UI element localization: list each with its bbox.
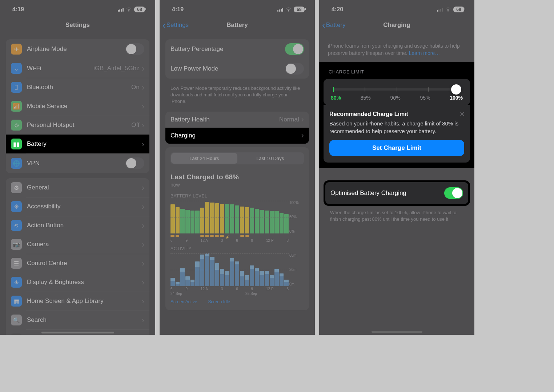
chevron-right-icon: ›	[142, 280, 144, 284]
status-time: 4:20	[332, 6, 343, 13]
chevron-right-icon: ›	[142, 85, 144, 89]
time-range-segmented[interactable]: Last 24 Hours Last 10 Days	[170, 152, 304, 164]
date-axis: 24 Sep25 Sep	[170, 292, 304, 296]
toggle[interactable]	[125, 157, 144, 169]
toggle[interactable]	[285, 43, 304, 55]
toggle[interactable]	[285, 63, 304, 75]
home-icon: ▦	[11, 296, 22, 307]
hotspot-icon: ⊚	[11, 120, 22, 131]
row-wi-fi[interactable]: ⌵Wi-FiiGB_Airtel_5Ghz›	[6, 59, 149, 78]
seg-10d[interactable]: Last 10 Days	[237, 153, 304, 164]
row-low-power-mode[interactable]: Low Power Mode	[165, 59, 309, 79]
status-bar: 4:19 68	[0, 0, 155, 16]
row-home-screen-app-library[interactable]: ▦Home Screen & App Library›	[6, 292, 149, 311]
slider-thumb[interactable]	[451, 84, 461, 95]
page-title: Battery	[226, 21, 248, 29]
activity-chart[interactable]: 60m30m0m	[170, 253, 289, 286]
settings-group-connectivity: ✈︎Airplane Mode⌵Wi-FiiGB_Airtel_5Ghz›⌷Bl…	[6, 39, 149, 173]
x-axis-2: 6912 A36912 P3	[170, 287, 304, 291]
set-charge-limit-button[interactable]: Set Charge Limit	[329, 140, 464, 156]
search-icon: 🔍	[11, 315, 22, 325]
optimised-charging-footnote: When the charge limit is set to 100%, al…	[319, 206, 474, 224]
back-button[interactable]: ‹Battery	[322, 21, 346, 29]
phone-settings: 4:19 68 Settings ✈︎Airplane Mode⌵Wi-FiiG…	[0, 0, 155, 335]
row-label: Low Power Mode	[170, 65, 285, 72]
low-power-footnote: Low Power Mode temporarily reduces backg…	[160, 82, 315, 107]
slider-tick-labels: 80% 85% 90% 95% 100%	[331, 95, 463, 101]
row-airplane-mode[interactable]: ✈︎Airplane Mode	[6, 39, 149, 59]
charge-limit-card: 80% 85% 90% 95% 100%	[324, 79, 470, 105]
status-time: 4:19	[172, 6, 184, 13]
row-label: Battery Health	[170, 116, 279, 123]
row-battery[interactable]: ▮▮Battery›	[6, 135, 149, 153]
battery-icon: ▮▮	[11, 139, 22, 149]
chevron-right-icon: ›	[142, 104, 144, 108]
row-vpn[interactable]: 🌐VPN	[6, 153, 149, 173]
row-label: Battery Percentage	[170, 45, 285, 53]
optimised-charging-label: Optimised Battery Charging	[330, 189, 444, 197]
charge-limit-header: CHARGE LIMIT	[319, 63, 474, 79]
seg-24h[interactable]: Last 24 Hours	[171, 153, 237, 164]
last-charged-title: Last Charged to 68%	[165, 168, 309, 181]
row-general[interactable]: ⚙︎General›	[6, 178, 149, 197]
row-personal-hotspot[interactable]: ⊚Personal HotspotOff›	[6, 116, 149, 135]
optimised-charging-toggle[interactable]	[444, 187, 463, 199]
row-battery-percentage[interactable]: Battery Percentage	[165, 39, 309, 59]
back-button[interactable]: ‹Settings	[162, 21, 189, 29]
row-accessibility[interactable]: ☀Accessibility›	[6, 197, 149, 216]
row-search[interactable]: 🔍Search›	[6, 311, 149, 329]
wifi-icon	[285, 7, 292, 12]
nav-header: ‹Battery Charging	[319, 16, 474, 34]
page-title: Charging	[383, 21, 410, 29]
battery-toggles: Battery PercentageLow Power Mode	[165, 39, 309, 79]
battery-level-chart[interactable]: 100%50%0%	[170, 201, 289, 233]
chevron-right-icon: ›	[142, 186, 144, 190]
row-battery-health[interactable]: Battery HealthNormal›	[165, 112, 309, 128]
row-control-centre[interactable]: ☰Control Centre›	[6, 254, 149, 273]
row-display-brightness[interactable]: ☀Display & Brightness›	[6, 273, 149, 292]
row-bluetooth[interactable]: ⌷BluetoothOn›	[6, 78, 149, 97]
charging-intro: iPhone learns from your charging and usa…	[319, 34, 474, 62]
row-mobile-service[interactable]: 📶Mobile Service›	[6, 97, 149, 116]
status-time: 4:19	[12, 6, 24, 13]
row-label: Wi-Fi	[27, 65, 93, 72]
chevron-right-icon: ›	[142, 205, 144, 209]
row-label: Action Button	[27, 222, 142, 229]
wifi-icon	[445, 7, 451, 12]
row-label: Display & Brightness	[27, 279, 142, 286]
row-charging[interactable]: Charging›	[165, 128, 309, 144]
optimised-charging-row[interactable]: Optimised Battery Charging	[325, 181, 469, 205]
learn-more-link[interactable]: Learn more…	[409, 50, 440, 56]
page-title: Settings	[65, 21, 90, 29]
charge-limit-slider[interactable]	[333, 88, 461, 91]
back-label: Battery	[326, 21, 346, 29]
airplane-icon: ✈︎	[11, 44, 22, 55]
phone-charging: 4:20 68 ‹Battery Charging iPhone learns …	[319, 0, 474, 335]
row-action-button[interactable]: ⎋Action Button›	[6, 216, 149, 235]
cc-icon: ☰	[11, 258, 22, 269]
cam-icon: 📷	[11, 239, 22, 250]
row-label: Mobile Service	[27, 103, 142, 110]
close-icon[interactable]: ✕	[459, 110, 465, 118]
row-camera[interactable]: 📷Camera›	[6, 235, 149, 254]
phone-battery: 4:19 68 ‹Settings Battery Battery Percen…	[160, 0, 315, 335]
cell-icon: 📶	[11, 101, 22, 112]
toggle[interactable]	[125, 43, 144, 55]
row-label: Bluetooth	[27, 84, 131, 91]
battery-usage-card: Last 24 Hours Last 10 Days Last Charged …	[165, 147, 309, 310]
chevron-right-icon: ›	[142, 318, 144, 322]
bt-icon: ⌷	[11, 82, 22, 93]
chevron-right-icon: ›	[142, 142, 144, 146]
charging-strip: ⚡	[170, 234, 304, 238]
battery-icon: 68	[294, 7, 305, 12]
row-label: Search	[27, 316, 142, 324]
wifi-icon	[126, 7, 132, 12]
activity-legend: Screen ActiveScreen Idle	[165, 297, 309, 307]
home-indicator	[41, 332, 114, 333]
acc-icon: ☀	[11, 201, 22, 212]
gear-icon: ⚙︎	[11, 182, 22, 193]
chevron-right-icon: ›	[301, 117, 304, 121]
status-bar: 4:19 68	[160, 0, 315, 16]
row-value: Normal	[279, 116, 299, 123]
activity-label: ACTIVITY	[170, 246, 304, 251]
